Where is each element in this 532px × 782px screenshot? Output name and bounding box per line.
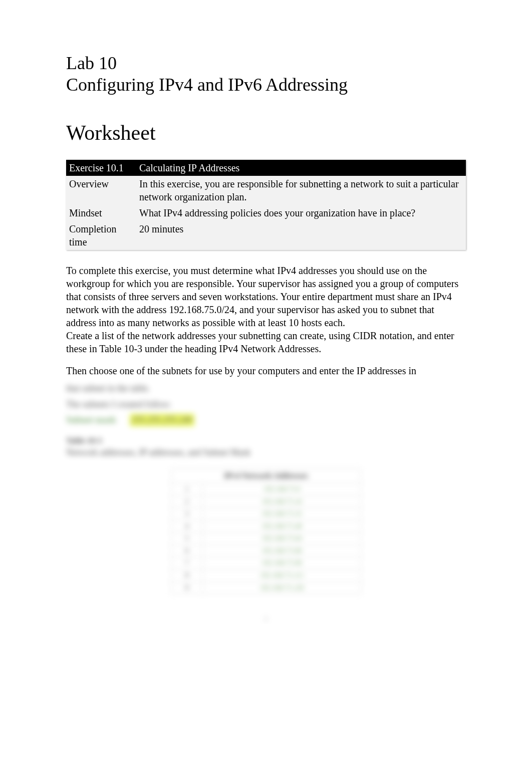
mindset-text: What IPv4 addressing policies does your … (136, 205, 466, 221)
table-row: Mindset What IPv4 addressing policies do… (66, 205, 466, 221)
table-row: 5192.168.75.64 (171, 533, 361, 545)
completion-label: Completion time (66, 221, 136, 250)
overview-text: In this exercise, you are responsible fo… (136, 176, 466, 205)
overview-label: Overview (66, 176, 136, 205)
paragraph-2: Create a list of the network addresses y… (66, 329, 466, 355)
paragraph-3: Then choose one of the subnets for use b… (66, 364, 466, 377)
page-number: 1 (66, 614, 466, 624)
paragraph-1: To complete this exercise, you must dete… (66, 264, 466, 329)
table-row: 3192.168.75.32 (171, 508, 361, 520)
table-header-row: Exercise 10.1 Calculating IP Addresses (66, 160, 466, 176)
exercise-info-table: Exercise 10.1 Calculating IP Addresses O… (66, 160, 466, 250)
lab-title: Configuring IPv4 and IPv6 Addressing (66, 75, 348, 95)
lab-heading: Lab 10 Configuring IPv4 and IPv6 Address… (66, 53, 466, 96)
table-row: Overview In this exercise, you are respo… (66, 176, 466, 205)
table-row: Completion time 20 minutes (66, 221, 466, 250)
worksheet-heading: Worksheet (66, 121, 466, 145)
completion-text: 20 minutes (136, 221, 466, 250)
mindset-label: Mindset (66, 205, 136, 221)
table-row: 9192.168.75.128 (171, 582, 361, 594)
table-row: 6192.168.75.80 (171, 545, 361, 557)
exercise-label: Exercise 10.1 (66, 160, 136, 176)
table-row: 2192.168.75.16 (171, 495, 361, 508)
table-number: Table 10-3 (66, 435, 466, 446)
table-row: 1192.168.75.0 (171, 483, 361, 495)
blurred-subnet-row: Subnet mask 255.255.255.240 (66, 414, 466, 426)
table-caption: Network addresses, IP addresses, and Sub… (66, 446, 466, 459)
lab-number: Lab 10 (66, 53, 117, 73)
blurred-preview: that subnet in the table. The subnets I … (66, 382, 466, 624)
table-row: 7192.168.75.96 (171, 557, 361, 570)
blurred-text-line: The subnets I created follow: (66, 398, 466, 411)
subnet-mask-label: Subnet mask (66, 415, 116, 425)
network-addresses-table: IPv4 Network Addresses 1192.168.75.0 219… (171, 468, 361, 595)
table-row: 8192.168.75.112 (171, 570, 361, 582)
blurred-text-line: that subnet in the table. (66, 382, 466, 395)
table-row: 4192.168.75.48 (171, 520, 361, 533)
table-header: IPv4 Network Addresses (171, 468, 361, 483)
subnet-mask-value: 255.255.255.240 (130, 414, 195, 426)
exercise-title: Calculating IP Addresses (136, 160, 466, 176)
